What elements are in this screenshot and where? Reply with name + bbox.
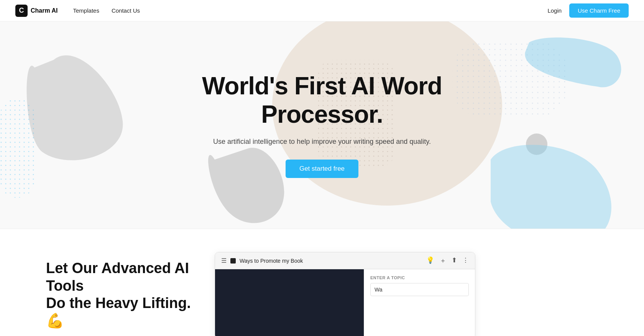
features-text: Let Our Advanced AI Tools Do the Heavy L…	[46, 252, 192, 329]
add-icon[interactable]: ＋	[440, 256, 446, 265]
svg-rect-5	[0, 98, 34, 198]
features-title: Let Our Advanced AI Tools Do the Heavy L…	[46, 260, 192, 329]
hero-section: World's First AI Word Processor. Use art…	[0, 21, 644, 229]
emoji-icon: 💪	[46, 313, 64, 329]
app-mockup: ☰ Ways to Promote my Book 💡 ＋ ⬆ ⋮ ENTER …	[215, 252, 613, 336]
hero-subtitle: Use artificial intelligence to help impr…	[157, 138, 487, 146]
login-link[interactable]: Login	[547, 7, 562, 14]
svg-point-3	[526, 133, 547, 155]
app-window: ☰ Ways to Promote my Book 💡 ＋ ⬆ ⋮ ENTER …	[215, 252, 475, 336]
sidebar-topic-input[interactable]	[370, 283, 469, 296]
features-section: Let Our Advanced AI Tools Do the Heavy L…	[0, 229, 644, 336]
titlebar-actions: 💡 ＋ ⬆ ⋮	[426, 256, 469, 265]
logo-icon: C	[15, 5, 28, 17]
get-started-button[interactable]: Get started free	[286, 160, 358, 178]
menu-icon[interactable]: ☰	[221, 257, 227, 264]
nav-templates-link[interactable]: Templates	[73, 7, 99, 14]
more-icon[interactable]: ⋮	[462, 256, 469, 265]
hero-content: World's First AI Word Processor. Use art…	[150, 72, 495, 178]
sidebar-topic-label: ENTER A TOPIC	[370, 275, 469, 280]
logo-link[interactable]: C Charm AI	[15, 5, 58, 17]
nav-links: Templates Contact Us	[73, 7, 140, 14]
share-icon[interactable]: ⬆	[452, 256, 457, 265]
doc-title: Ways to Promote my Book	[240, 258, 422, 264]
app-body: ENTER A TOPIC	[215, 269, 475, 336]
nav-right: Login Use Charm Free	[547, 3, 629, 18]
hero-title: World's First AI Word Processor.	[157, 72, 487, 128]
logo-text: Charm AI	[31, 7, 58, 14]
app-titlebar: ☰ Ways to Promote my Book 💡 ＋ ⬆ ⋮	[215, 252, 475, 269]
doc-color-indicator	[230, 258, 236, 264]
nav-contact-link[interactable]: Contact Us	[112, 7, 140, 14]
app-editor[interactable]	[215, 269, 364, 336]
navbar: C Charm AI Templates Contact Us Login Us…	[0, 0, 644, 21]
use-charm-button[interactable]: Use Charm Free	[569, 3, 629, 18]
app-sidebar: ENTER A TOPIC	[364, 269, 475, 336]
lightbulb-icon[interactable]: 💡	[426, 256, 434, 265]
